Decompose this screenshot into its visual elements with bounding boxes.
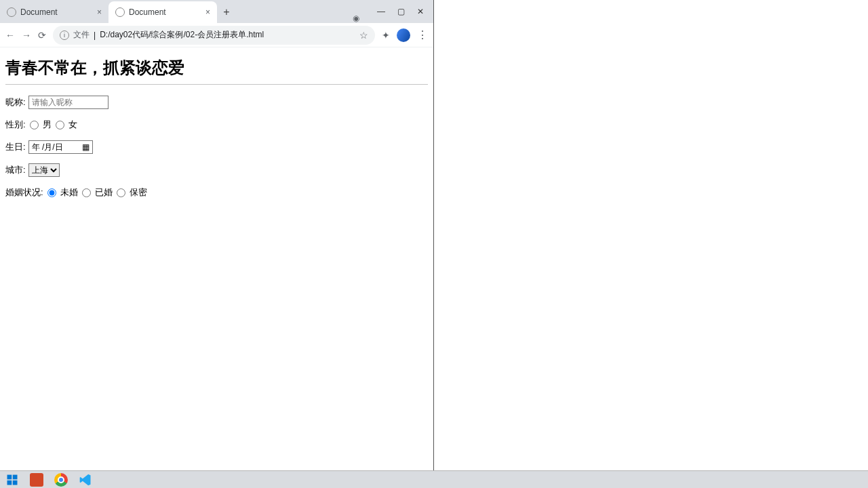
- favicon-icon: [7, 7, 16, 17]
- birthday-input[interactable]: 年 /月/日 ▦: [28, 140, 93, 154]
- form-row-gender: 性别: 男 女: [5, 119, 428, 131]
- chrome-window: Document × Document × + ◉ — ▢ ✕ ← → ⟳ i …: [0, 0, 434, 488]
- taskbar-powerpoint[interactable]: [26, 471, 47, 489]
- gender-label: 性别:: [5, 119, 26, 131]
- marry-secret-radio[interactable]: [117, 188, 125, 197]
- birthday-label: 生日:: [5, 141, 26, 153]
- address-bar[interactable]: i 文件 | D:/day02代码/综合案例/02-会员注册表单.html ☆: [53, 26, 375, 45]
- city-label: 城市:: [5, 164, 26, 176]
- gender-female-radio[interactable]: [56, 121, 64, 129]
- chrome-tab-1[interactable]: Document ×: [0, 1, 108, 23]
- tab-title: Document: [20, 7, 93, 17]
- chrome-tab-2[interactable]: Document ×: [108, 1, 217, 23]
- close-icon[interactable]: ×: [205, 7, 210, 17]
- chrome-tabs: Document × Document × +: [0, 0, 236, 23]
- page-content: 青春不常在，抓紧谈恋爱 昵称: 性别: 男 女 生日: 年 /月/日 ▦ 城市:…: [0, 47, 433, 488]
- nickname-label: 昵称:: [5, 96, 26, 108]
- marry-unmarried-text: 未婚: [60, 186, 78, 199]
- marry-label: 婚姻状况:: [5, 186, 43, 199]
- form-row-marry: 婚姻状况: 未婚 已婚 保密: [5, 186, 428, 199]
- nickname-input[interactable]: [28, 96, 108, 109]
- kebab-menu-icon[interactable]: ⋮: [417, 28, 428, 41]
- divider: |: [94, 30, 96, 40]
- marry-married-text: 已婚: [95, 186, 113, 199]
- marry-secret-text: 保密: [130, 186, 147, 199]
- calendar-icon[interactable]: ▦: [82, 142, 90, 152]
- taskbar-chrome[interactable]: [50, 471, 72, 489]
- profile-avatar[interactable]: [397, 28, 410, 42]
- extensions-icon[interactable]: ✦: [382, 30, 390, 41]
- bookmark-star-icon[interactable]: ☆: [359, 30, 368, 41]
- city-select[interactable]: 上海: [28, 163, 60, 177]
- reload-icon[interactable]: ⟳: [38, 30, 46, 41]
- close-icon[interactable]: ✕: [417, 7, 424, 16]
- url-text: D:/day02代码/综合案例/02-会员注册表单.html: [100, 29, 355, 41]
- close-icon[interactable]: ×: [97, 7, 102, 17]
- new-tab-button[interactable]: +: [217, 1, 236, 23]
- svg-rect-18: [7, 480, 12, 485]
- start-button[interactable]: [1, 471, 23, 489]
- gender-male-radio[interactable]: [30, 121, 39, 129]
- svg-rect-16: [7, 474, 12, 479]
- back-icon[interactable]: ←: [5, 30, 15, 41]
- svg-rect-19: [13, 480, 18, 485]
- tab-title: Document: [129, 7, 201, 17]
- site-info-icon[interactable]: i: [60, 30, 69, 40]
- page-heading: 青春不常在，抓紧谈恋爱: [5, 57, 428, 79]
- birthday-value: 年 /月/日: [32, 142, 63, 153]
- marry-unmarried-radio[interactable]: [47, 188, 56, 197]
- extension-indicator-icon[interactable]: ◉: [353, 14, 359, 23]
- form-row-nickname: 昵称:: [5, 96, 428, 109]
- form-row-birthday: 生日: 年 /月/日 ▦: [5, 140, 428, 154]
- gender-female-text: 女: [68, 119, 77, 131]
- taskbar-vscode[interactable]: [75, 471, 96, 489]
- marry-married-radio[interactable]: [82, 188, 91, 197]
- svg-rect-17: [13, 474, 18, 479]
- maximize-icon[interactable]: ▢: [397, 7, 405, 16]
- window-controls: — ▢ ✕: [370, 0, 433, 23]
- url-prefix: 文件: [73, 29, 90, 41]
- minimize-icon[interactable]: —: [377, 7, 385, 16]
- divider: [5, 84, 428, 85]
- chrome-titlebar: Document × Document × + ◉ — ▢ ✕: [0, 0, 433, 23]
- windows-taskbar: [0, 470, 868, 488]
- forward-icon[interactable]: →: [22, 30, 31, 41]
- chrome-toolbar: ← → ⟳ i 文件 | D:/day02代码/综合案例/02-会员注册表单.h…: [0, 23, 433, 47]
- form-row-city: 城市: 上海: [5, 163, 428, 177]
- gender-male-text: 男: [43, 119, 52, 131]
- favicon-icon: [115, 7, 125, 17]
